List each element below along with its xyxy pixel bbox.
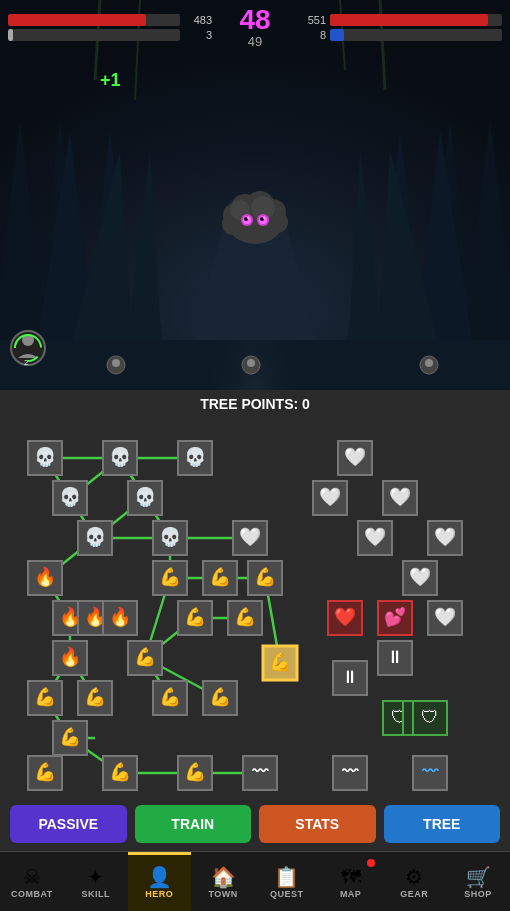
player-hp-fill <box>8 14 146 26</box>
ground-item-2 <box>240 354 262 380</box>
player-hp-label: 483 <box>184 14 212 26</box>
enemy-hp-label: 551 <box>298 14 326 26</box>
nav-item-town[interactable]: 🏠 TOWN <box>191 852 255 911</box>
bottom-nav: ☠ COMBAT ✦ SKILL 👤 HERO 🏠 TOWN 📋 QUEST 🗺… <box>0 851 510 911</box>
stats-button[interactable]: STATS <box>259 805 376 843</box>
monster[interactable] <box>215 180 295 254</box>
ground-item-3 <box>418 354 440 380</box>
skill-label: SKILL <box>81 889 110 899</box>
tree-header: TREE POINTS: 0 <box>0 390 510 416</box>
combat-icon: ☠ <box>23 867 41 887</box>
nav-item-quest[interactable]: 📋 QUEST <box>255 852 319 911</box>
enemy-mp-bar <box>330 29 502 41</box>
train-button[interactable]: TRAIN <box>135 805 252 843</box>
tree-canvas <box>0 416 510 817</box>
skill-icon: ✦ <box>87 867 104 887</box>
combat-label: COMBAT <box>11 889 53 899</box>
svg-point-35 <box>112 359 120 367</box>
enemy-hp-fill <box>330 14 488 26</box>
gear-label: GEAR <box>400 889 428 899</box>
player-mp-fill <box>8 29 13 41</box>
ground-item-1 <box>105 354 127 380</box>
map-icon: 🗺 <box>341 867 361 887</box>
float-text: +1 <box>100 70 121 91</box>
enemy-stats: 551 8 <box>298 14 502 41</box>
svg-point-29 <box>247 217 249 219</box>
hud-center: 48 49 <box>220 6 290 49</box>
action-buttons: PASSIVE TRAIN STATS TREE <box>0 797 510 851</box>
gear-icon: ⚙ <box>405 867 423 887</box>
tree-area <box>0 416 510 817</box>
player-mp-label: 3 <box>184 29 212 41</box>
map-dot <box>367 859 375 867</box>
shop-label: SHOP <box>464 889 492 899</box>
enemy-mp-fill <box>330 29 344 41</box>
hero-label: HERO <box>145 889 173 899</box>
map-label: MAP <box>340 889 362 899</box>
enemy-mp-label: 8 <box>298 29 326 41</box>
town-label: TOWN <box>208 889 237 899</box>
player-icon: 2 <box>10 330 46 370</box>
shop-icon: 🛒 <box>466 867 491 887</box>
center-number: 48 <box>239 6 270 34</box>
nav-item-shop[interactable]: 🛒 SHOP <box>446 852 510 911</box>
svg-point-30 <box>263 217 265 219</box>
svg-text:2: 2 <box>24 358 29 366</box>
enemy-hp-bar <box>330 14 502 26</box>
nav-item-gear[interactable]: ⚙ GEAR <box>383 852 447 911</box>
quest-label: QUEST <box>270 889 304 899</box>
hud: 483 3 48 49 551 8 <box>0 0 510 55</box>
center-sub: 49 <box>248 34 262 49</box>
town-icon: 🏠 <box>211 867 236 887</box>
svg-point-39 <box>425 359 433 367</box>
skill-tree-container[interactable] <box>0 416 510 817</box>
nav-item-combat[interactable]: ☠ COMBAT <box>0 852 64 911</box>
svg-point-37 <box>247 359 255 367</box>
passive-button[interactable]: PASSIVE <box>10 805 127 843</box>
nav-item-hero[interactable]: 👤 HERO <box>128 852 192 911</box>
player-stats: 483 3 <box>8 14 212 41</box>
player-hp-bar <box>8 14 180 26</box>
nav-item-map[interactable]: 🗺 MAP <box>319 852 383 911</box>
nav-item-skill[interactable]: ✦ SKILL <box>64 852 128 911</box>
hero-icon: 👤 <box>147 867 172 887</box>
skill-panel: TREE POINTS: 0 PASSIVE TRAIN STATS TREE <box>0 390 510 851</box>
game-scene: 483 3 48 49 551 8 <box>0 0 510 390</box>
tree-button[interactable]: TREE <box>384 805 501 843</box>
player-mp-bar <box>8 29 180 41</box>
quest-icon: 📋 <box>274 867 299 887</box>
